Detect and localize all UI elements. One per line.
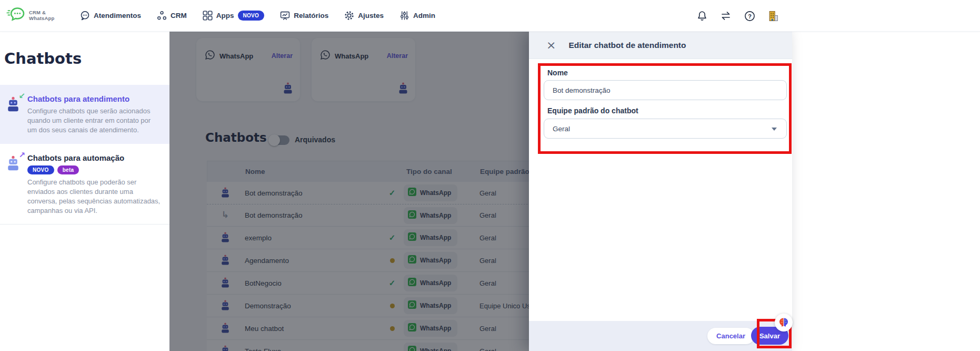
channel-name: WhatsApp — [420, 234, 451, 241]
company-building-icon[interactable] — [767, 9, 779, 22]
section-title: Chatbots — [205, 131, 267, 144]
team-select[interactable]: Geral — [544, 119, 787, 139]
bot-outbound-icon: ↗ — [6, 155, 22, 171]
modal-footer: Cancelar Salvar — [529, 321, 792, 351]
chatbot-name: Demonstração — [245, 302, 291, 310]
nav-item-crm[interactable]: CRM — [157, 11, 187, 21]
archived-toggle[interactable] — [269, 135, 289, 145]
whatsapp-icon — [408, 232, 416, 243]
chatbot-name: Agendamento — [245, 257, 289, 265]
nav-menu: Atendimentos CRM Apps NOVO Relatórios — [80, 11, 435, 21]
whatsapp-icon — [408, 346, 416, 351]
table-row[interactable]: ↳Bot demonstração✓WhatsAppGeral — [207, 204, 529, 227]
bot-icon — [398, 82, 408, 96]
team-name: Geral — [479, 279, 496, 287]
bot-icon — [221, 277, 233, 290]
bot-icon — [221, 345, 233, 351]
sidebar-item-chatbots-automacao[interactable]: ↗ Chatbots para automação NOVO beta Conf… — [0, 144, 169, 225]
bell-icon[interactable] — [696, 9, 708, 22]
table-row[interactable]: ↳BotNegocio✓WhatsAppGeral — [207, 272, 529, 295]
nav-item-label: Atendimentos — [94, 12, 141, 19]
nav-item-admin[interactable]: Admin — [399, 11, 435, 21]
table-row[interactable]: ↳exemplo✓WhatsAppGeral — [207, 227, 529, 249]
channel-badge: WhatsApp — [404, 320, 457, 337]
header-tipo-canal: Tipo do canal — [406, 168, 452, 175]
channel-name: WhatsApp — [420, 257, 451, 264]
sidebar-item-title: Chatbots para atendimento — [27, 94, 161, 103]
alterar-link[interactable]: Alterar — [387, 52, 408, 60]
table-row[interactable]: ↳Teste Fluxo✓WhatsAppGeral — [207, 340, 529, 351]
chatbot-name: Teste Fluxo — [245, 347, 281, 351]
cancel-button[interactable]: Cancelar — [707, 328, 754, 344]
bot-icon — [221, 323, 233, 335]
sidebar-item-description: Configure chatbots que serão acionados q… — [27, 106, 161, 135]
nav-item-atendimentos[interactable]: Atendimentos — [80, 11, 141, 21]
pending-dot-icon — [390, 304, 395, 308]
sidebar-item-description: Configure chatbots que poderão ser envia… — [27, 178, 161, 216]
chatbots-table: Nome Tipo do canal Equipe padrão ↳Bot de… — [207, 161, 529, 351]
sliders-icon — [399, 11, 409, 21]
channel-name: WhatsApp — [420, 347, 451, 351]
whatsapp-outline-icon — [205, 50, 215, 62]
channel-name: WhatsApp — [420, 212, 451, 219]
chatbot-name: Bot demonstração — [245, 189, 303, 197]
nav-item-relatorios[interactable]: Relatórios — [280, 11, 328, 21]
inbound-arrow-icon: ↙ — [18, 91, 25, 101]
table-header: Nome Tipo do canal Equipe padrão — [207, 161, 529, 182]
bot-icon — [221, 255, 233, 267]
whatsapp-icon — [408, 188, 416, 198]
nav-right-icons: ? — [696, 0, 779, 32]
sidebar-item-title: Chatbots para automação — [27, 153, 161, 162]
sidebar-item-chatbots-atendimento[interactable]: ↙ Chatbots para atendimento Configure ch… — [0, 85, 169, 144]
channel-badge: WhatsApp — [404, 207, 457, 224]
bot-icon — [221, 300, 233, 313]
org-circles-icon — [157, 11, 167, 21]
nav-item-ajustes[interactable]: Ajustes — [344, 11, 384, 21]
channel-name: WhatsApp — [420, 325, 451, 332]
chatbot-name: Bot demonstração — [245, 211, 303, 219]
channel-badge: WhatsApp — [404, 343, 457, 351]
whatsapp-icon — [408, 278, 416, 288]
modal-title: Editar chatbot de atendimento — [568, 41, 686, 50]
check-icon: ✓ — [389, 278, 396, 287]
bot-inbound-icon: ↙ — [6, 96, 22, 112]
team-select-value: Geral — [553, 125, 570, 133]
chatbots-sidebar: Chatbots ↙ Chatbots para atendimento Con… — [0, 32, 169, 351]
help-icon[interactable]: ? — [743, 9, 756, 22]
team-label: Equipe padrão do chatbot — [547, 106, 638, 115]
whatsapp-icon — [408, 300, 416, 311]
name-input[interactable] — [544, 80, 787, 100]
channel-name: WhatsApp — [420, 189, 451, 197]
channel-badge: WhatsApp — [404, 297, 457, 314]
nav-item-apps[interactable]: Apps NOVO — [203, 11, 264, 21]
channel-name: WhatsApp — [420, 279, 451, 287]
app-logo[interactable]: CRM & WhatsApp — [6, 7, 67, 24]
nav-item-label: Relatórios — [294, 12, 328, 19]
table-row[interactable]: ↳Meu chatbot✓WhatsAppGeral — [207, 317, 529, 340]
logo-line2: WhatsApp — [29, 15, 55, 21]
swap-arrows-icon[interactable] — [719, 9, 732, 22]
archived-toggle-label: Arquivados — [295, 135, 335, 144]
status-indicator: ✓ — [387, 233, 397, 242]
table-row[interactable]: ↳Bot demonstração✓WhatsAppGeral — [207, 182, 529, 204]
report-board-icon — [280, 11, 290, 21]
page-title: Chatbots — [4, 50, 169, 67]
status-indicator: ✓ — [387, 188, 397, 198]
app-screen: CRM & WhatsApp Atendimentos CRM Apps — [0, 0, 980, 351]
table-row[interactable]: ↳Agendamento✓WhatsAppGeral — [207, 249, 529, 272]
alterar-link[interactable]: Alterar — [272, 52, 293, 60]
logo-line1: CRM & — [29, 9, 46, 15]
pending-dot-icon — [390, 326, 395, 331]
table-row[interactable]: ↳Demonstração✓WhatsAppEquipe Unico Us — [207, 295, 529, 317]
main-content: WhatsApp Alterar WhatsApp Alterar Chatbo… — [169, 32, 529, 351]
header-equipe-padrao: Equipe padrão — [480, 168, 529, 175]
name-label: Nome — [547, 69, 568, 77]
close-icon[interactable]: × — [546, 40, 556, 51]
channel-badge: WhatsApp — [404, 275, 457, 291]
channel-card-name: WhatsApp — [335, 52, 383, 60]
chevron-down-icon — [772, 128, 777, 131]
whatsapp-icon — [408, 210, 416, 221]
check-icon: ✓ — [389, 233, 396, 242]
apps-grid-icon — [203, 11, 213, 21]
assistant-brain-icon[interactable] — [775, 314, 793, 331]
